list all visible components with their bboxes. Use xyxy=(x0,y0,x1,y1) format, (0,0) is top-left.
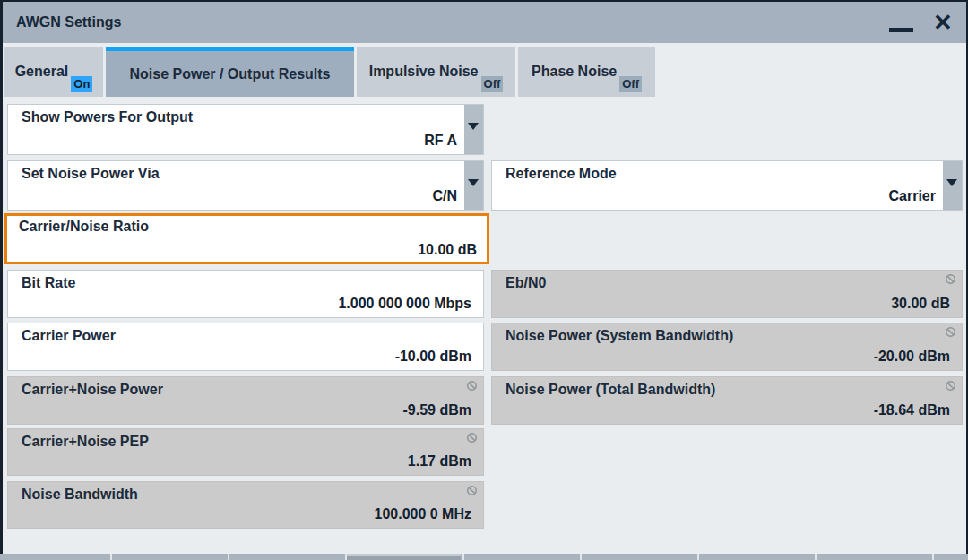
field-label: Bit Rate xyxy=(22,275,75,291)
chevron-down-icon xyxy=(946,179,957,186)
field-value: 1.000 000 000 Mbps xyxy=(338,296,471,312)
tab-phase-noise[interactable]: Phase Noise Off xyxy=(518,47,655,97)
minimize-button[interactable] xyxy=(886,13,918,36)
dialog-title: AWGN Settings xyxy=(16,2,121,43)
dropdown-button[interactable] xyxy=(943,161,962,210)
field-reference-mode[interactable]: Reference Mode Carrier xyxy=(491,160,963,211)
field-label: Carrier+Noise PEP xyxy=(22,434,149,450)
field-value: RF A xyxy=(424,133,457,149)
title-bar: AWGN Settings ✕ xyxy=(3,2,966,43)
tab-label: General xyxy=(15,64,69,80)
field-value: 10.00 dB xyxy=(418,242,477,258)
softkey-bar-edge xyxy=(0,554,968,560)
field-carrier-noise-power: Carrier+Noise Power -9.59 dBm xyxy=(7,376,484,425)
field-set-noise-power-via[interactable]: Set Noise Power Via C/N xyxy=(7,160,484,211)
tab-label: Impulsive Noise xyxy=(369,64,479,80)
readonly-prohibition-icon xyxy=(466,380,478,392)
chevron-down-icon xyxy=(468,123,479,130)
field-value: -20.00 dBm xyxy=(874,349,950,365)
tab-label: Phase Noise xyxy=(532,64,617,80)
softkey-separator xyxy=(345,554,347,560)
active-tab-stripe xyxy=(106,47,354,51)
field-value: C/N xyxy=(432,188,457,204)
softkey-separator xyxy=(815,554,817,560)
field-label: Noise Power (System Bandwidth) xyxy=(506,328,733,344)
field-bit-rate[interactable]: Bit Rate 1.000 000 000 Mbps xyxy=(7,270,484,318)
softkey-separator xyxy=(580,554,582,560)
minimize-icon xyxy=(889,28,913,32)
awgn-settings-dialog: AWGN Settings ✕ General On Noise Power /… xyxy=(0,0,968,560)
readonly-prohibition-icon xyxy=(466,485,478,496)
field-value: -10.00 dBm xyxy=(395,349,471,365)
softkey-separator xyxy=(228,554,229,560)
tab-impulsive-noise-state-badge: Off xyxy=(481,76,504,92)
field-carrier-noise-pep: Carrier+Noise PEP 1.17 dBm xyxy=(7,428,484,476)
field-value: -9.59 dBm xyxy=(403,402,471,418)
close-button[interactable]: ✕ xyxy=(928,7,960,38)
field-carrier-power[interactable]: Carrier Power -10.00 dBm xyxy=(7,323,484,371)
softkey-segment-active xyxy=(347,554,461,560)
field-eb-n0: Eb/N0 30.00 dB xyxy=(491,270,963,318)
field-label: Noise Power (Total Bandwidth) xyxy=(506,382,715,398)
softkey-separator xyxy=(462,554,464,560)
tab-general[interactable]: General On xyxy=(4,47,103,97)
field-label: Carrier+Noise Power xyxy=(22,382,163,398)
field-label: Carrier/Noise Ratio xyxy=(19,219,149,235)
readonly-prohibition-icon xyxy=(945,380,956,392)
field-carrier-noise-ratio[interactable]: Carrier/Noise Ratio 10.00 dB xyxy=(4,213,489,264)
readonly-prohibition-icon xyxy=(945,273,956,285)
field-show-powers-for-output[interactable]: Show Powers For Output RF A xyxy=(7,104,484,155)
window-border-left xyxy=(0,0,3,554)
field-label: Reference Mode xyxy=(506,166,617,182)
softkey-separator xyxy=(697,554,699,560)
field-label: Eb/N0 xyxy=(506,275,546,291)
field-value: Carrier xyxy=(889,188,936,204)
readonly-prohibition-icon xyxy=(466,432,478,444)
tab-impulsive-noise[interactable]: Impulsive Noise Off xyxy=(357,47,515,97)
chevron-down-icon xyxy=(468,179,479,186)
field-value: 1.17 dBm xyxy=(408,453,471,470)
tab-noise-power-output-results[interactable]: Noise Power / Output Results xyxy=(106,47,354,97)
tab-general-state-badge: On xyxy=(71,76,92,92)
softkey-separator xyxy=(932,554,934,560)
field-noise-bandwidth: Noise Bandwidth 100.000 0 MHz xyxy=(7,481,484,529)
tab-phase-noise-state-badge: Off xyxy=(619,76,642,92)
readonly-prohibition-icon xyxy=(945,326,956,338)
dropdown-button[interactable] xyxy=(464,161,483,210)
field-noise-power-system-bandwidth: Noise Power (System Bandwidth) -20.00 dB… xyxy=(491,323,963,371)
field-label: Noise Bandwidth xyxy=(22,487,138,503)
close-icon: ✕ xyxy=(933,7,953,38)
dropdown-button[interactable] xyxy=(464,105,483,154)
field-value: 100.000 0 MHz xyxy=(374,506,471,522)
field-noise-power-total-bandwidth: Noise Power (Total Bandwidth) -18.64 dBm xyxy=(491,376,963,425)
field-label: Show Powers For Output xyxy=(22,109,193,125)
field-value: -18.64 dBm xyxy=(874,402,950,418)
field-label: Set Noise Power Via xyxy=(22,166,160,182)
softkey-separator xyxy=(110,554,112,560)
tab-bar: General On Noise Power / Output Results … xyxy=(4,47,655,97)
tab-label: Noise Power / Output Results xyxy=(129,66,330,82)
field-label: Carrier Power xyxy=(22,328,116,344)
field-value: 30.00 dB xyxy=(891,296,950,312)
